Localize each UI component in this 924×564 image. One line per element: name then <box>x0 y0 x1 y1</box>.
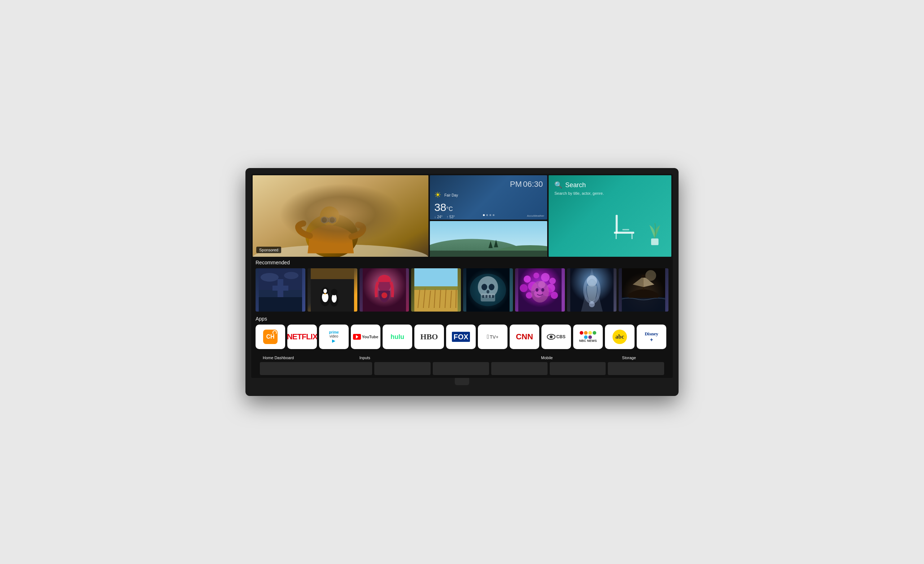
nav-tile-home[interactable] <box>260 362 372 375</box>
yt-text: YouTube <box>362 335 378 339</box>
svg-rect-18 <box>651 238 659 245</box>
svg-rect-61 <box>492 295 494 298</box>
rec-thumb-7[interactable] <box>567 268 617 311</box>
svg-rect-40 <box>414 268 458 286</box>
app-tile-abc[interactable]: abc <box>605 325 634 349</box>
yt-triangle <box>356 335 358 339</box>
sponsored-banner[interactable]: Sponsored <box>253 175 428 257</box>
app-tile-cnn[interactable]: CNN <box>510 325 539 349</box>
weather-widget[interactable]: PM 06:30 ☀ Fair Day 38°C ↓ 24° ↑ 53° <box>430 175 547 220</box>
tv-stand <box>455 378 469 385</box>
app-tile-cbs[interactable]: CBS <box>542 325 571 349</box>
rec-thumb-6[interactable] <box>515 268 565 311</box>
app-tile-primevideo[interactable]: prime video ▶ <box>319 325 349 349</box>
svg-line-50 <box>456 290 456 308</box>
svg-rect-58 <box>482 295 484 298</box>
rec-thumb-2[interactable] <box>308 268 357 311</box>
bottom-nav-tiles <box>260 362 664 375</box>
ch-icon: CH <box>263 330 278 344</box>
tv-frame: Sponsored PM 06:30 ☀ Fair Day 38°C <box>245 168 679 396</box>
search-title-row: 🔍 Search <box>554 181 666 189</box>
sponsored-badge: Sponsored <box>256 247 281 253</box>
app-tile-nbcnews[interactable]: NBC NEWS <box>573 325 603 349</box>
svg-rect-4 <box>321 217 329 223</box>
svg-point-6 <box>321 217 327 223</box>
cbs-logo: CBS <box>547 334 565 340</box>
app-tile-hulu[interactable]: hulu <box>382 325 412 349</box>
app-tile-hbo[interactable]: HBO <box>414 325 444 349</box>
scenery-widget[interactable] <box>430 221 547 257</box>
app-tile-ch[interactable]: CH <box>255 325 285 349</box>
weather-icon-row: ☀ Fair Day <box>434 190 543 200</box>
svg-point-31 <box>323 289 327 293</box>
nav-label-empty2 <box>453 355 500 361</box>
rec-thumb-4[interactable] <box>411 268 461 311</box>
nav-tile-mobile[interactable] <box>550 362 606 375</box>
search-section: 🔍 Search Search by title, actor, genre. <box>554 181 666 196</box>
svg-point-76 <box>536 288 538 292</box>
hero-section: Sponsored PM 06:30 ☀ Fair Day 38°C <box>251 174 673 257</box>
svg-point-65 <box>541 273 550 282</box>
fox-logo: FOX <box>452 332 470 342</box>
svg-rect-86 <box>642 275 645 278</box>
rec-thumb-5[interactable] <box>463 268 513 311</box>
svg-rect-16 <box>616 234 617 239</box>
svg-point-81 <box>589 301 594 307</box>
svg-point-75 <box>531 281 549 302</box>
accu-weather-label: AccuWeather <box>527 214 544 217</box>
cbs-eye-icon <box>547 334 555 340</box>
weather-temperature: 38°C <box>434 201 543 214</box>
nav-label-mobile: Mobile <box>500 355 594 361</box>
recommended-row[interactable] <box>255 268 669 311</box>
recommended-title: Recommended <box>255 260 669 265</box>
app-tile-fox[interactable]: FOX <box>446 325 476 349</box>
weather-condition: Fair Day <box>444 193 458 197</box>
weather-dots <box>483 214 495 216</box>
nav-label-empty1 <box>406 355 453 361</box>
apps-row: CH NETFLIX prime video ▶ <box>255 325 669 349</box>
recommended-section: Recommended <box>255 260 669 311</box>
netflix-logo: NETFLIX <box>287 332 317 341</box>
svg-point-7 <box>329 217 335 223</box>
rec-thumb-3[interactable] <box>360 268 409 311</box>
app-tile-appletv[interactable]:  TV+ <box>478 325 507 349</box>
nav-tile-inputs[interactable] <box>374 362 430 375</box>
search-widget[interactable]: 🔍 Search Search by title, actor, genre. <box>549 175 671 257</box>
nav-tile-4[interactable] <box>491 362 548 375</box>
svg-point-39 <box>381 292 387 298</box>
svg-point-77 <box>542 288 544 292</box>
app-tile-netflix[interactable]: NETFLIX <box>287 325 317 349</box>
apps-title: Apps <box>255 316 669 322</box>
nbcnews-logo: NBC NEWS <box>579 331 597 343</box>
search-subtitle: Search by title, actor, genre. <box>554 191 666 196</box>
abc-logo: abc <box>612 330 627 344</box>
app-tile-youtube[interactable]: YouTube <box>351 325 380 349</box>
svg-rect-17 <box>632 234 633 239</box>
app-tile-disney[interactable]: Disney + <box>637 325 666 349</box>
rec-thumb-1[interactable] <box>255 268 305 311</box>
svg-rect-15 <box>616 215 618 234</box>
weather-dot-1 <box>483 214 485 216</box>
yt-play-button <box>353 334 361 340</box>
svg-rect-59 <box>486 295 488 298</box>
nav-tile-3[interactable] <box>433 362 489 375</box>
weather-time: PM 06:30 <box>434 180 543 189</box>
svg-rect-84 <box>622 297 665 311</box>
svg-point-67 <box>520 284 528 292</box>
svg-point-3 <box>320 206 339 226</box>
svg-rect-26 <box>259 297 302 311</box>
nav-label-inputs: Inputs <box>357 355 406 361</box>
cnn-logo: CNN <box>516 332 533 341</box>
content-area: Recommended <box>251 257 673 378</box>
appletv-logo:  TV+ <box>487 334 498 340</box>
svg-rect-19 <box>622 229 629 230</box>
svg-point-24 <box>261 273 279 282</box>
svg-rect-60 <box>489 295 491 298</box>
search-icon: 🔍 <box>554 181 562 189</box>
svg-rect-36 <box>311 268 354 279</box>
rec-thumb-8[interactable] <box>619 268 669 311</box>
nav-tile-storage[interactable] <box>608 362 664 375</box>
svg-point-35 <box>331 289 338 295</box>
svg-point-74 <box>551 292 558 299</box>
svg-point-56 <box>489 284 495 290</box>
